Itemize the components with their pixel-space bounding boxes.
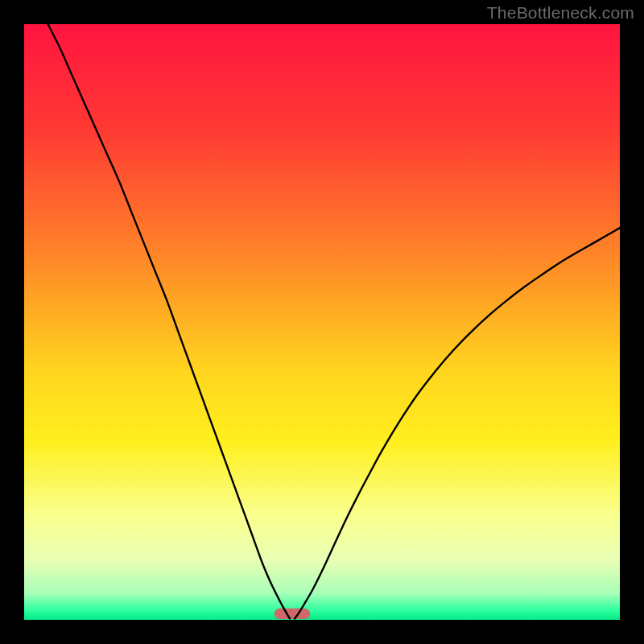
watermark-text: TheBottleneck.com bbox=[487, 3, 634, 23]
minimum-marker bbox=[275, 609, 310, 619]
gradient-background bbox=[24, 24, 620, 620]
chart-svg bbox=[24, 24, 620, 620]
outer-frame: TheBottleneck.com bbox=[0, 0, 644, 644]
plot-area bbox=[24, 24, 620, 620]
